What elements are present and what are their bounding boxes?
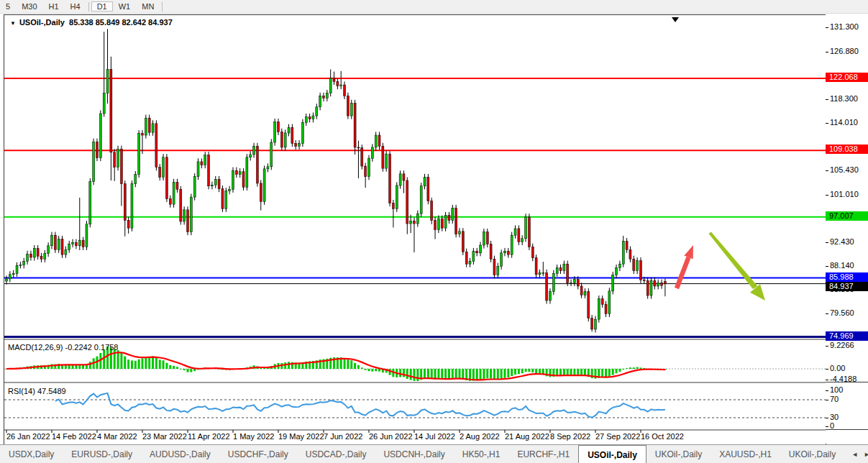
chart-tab-usdcnh-daily[interactable]: USDCNH-,Daily	[375, 445, 453, 463]
chart-tab-usoil-daily[interactable]: USOil-,Daily	[578, 445, 647, 463]
candle-body	[556, 268, 558, 274]
chart-tab-eurusd-daily[interactable]: EURUSD-,Daily	[63, 445, 141, 463]
candle-body	[165, 157, 168, 199]
timeframe-button-w1[interactable]: W1	[113, 1, 137, 12]
candle-body	[441, 219, 443, 228]
macd-histogram-bar	[633, 367, 635, 369]
date-axis-label: 26 Jun 2022	[369, 432, 413, 441]
macd-histogram-bar	[165, 363, 168, 369]
axis-panel-separator	[826, 382, 868, 382]
candle-body	[531, 247, 534, 257]
candle-body	[396, 185, 398, 208]
candle-body	[9, 275, 11, 279]
macd-histogram-bar	[437, 369, 439, 380]
macd-histogram-bar	[148, 357, 150, 369]
up-trend-arrow-head	[684, 245, 693, 259]
candle-body	[54, 235, 56, 249]
macd-histogram-bar	[410, 369, 412, 380]
macd-histogram-bar	[626, 368, 628, 369]
chart-tab-usdchf-daily[interactable]: USDCHF-,Daily	[219, 445, 297, 463]
candle-body	[246, 157, 248, 188]
date-axis-label: 27 Sep 2022	[595, 432, 640, 441]
price-axis-tick: 118.300	[826, 94, 858, 103]
candle-body	[333, 78, 335, 82]
candle-body	[305, 117, 307, 123]
chart-tab-hk50-h1[interactable]: HK50-,H1	[454, 445, 509, 463]
timeframe-button-m30[interactable]: M30	[16, 1, 42, 12]
macd-histogram-bar	[507, 369, 509, 377]
candle-body	[37, 249, 39, 257]
candle-body	[16, 265, 18, 273]
candle-body	[636, 261, 639, 271]
macd-signal-line	[6, 352, 665, 380]
candle-body	[197, 162, 199, 177]
timeframe-button-h4[interactable]: H4	[65, 1, 86, 12]
candle-body	[298, 144, 301, 147]
candle-body	[626, 242, 628, 250]
candle-body	[657, 283, 659, 286]
chart-tab-usdcad-daily[interactable]: USDCAD-,Daily	[297, 445, 375, 463]
chart-tab-eurchf-h1[interactable]: EURCHF-,H1	[508, 445, 578, 463]
timeframe-button-h1[interactable]: H1	[43, 1, 65, 12]
chart-tab-audusd-daily[interactable]: AUDUSD-,Daily	[141, 445, 219, 463]
candle-body	[608, 291, 611, 314]
candle-body	[27, 254, 29, 261]
candle-body	[75, 242, 77, 246]
down-trend-arrow	[709, 232, 758, 290]
candle-body	[218, 180, 220, 189]
toolbar-separator	[162, 2, 163, 12]
price-axis[interactable]: 131.300126.880118.300114.010105.430101.0…	[826, 14, 868, 444]
chart-tab-xauusd-h1[interactable]: XAUUSD-,H1	[711, 445, 780, 463]
date-axis-label: 7 Jun 2022	[324, 432, 362, 441]
candle-body	[483, 232, 485, 245]
candle-body	[552, 273, 554, 291]
macd-histogram-bar	[152, 356, 154, 369]
chart-window[interactable]: ▼USOil-,Daily 85.338 85.849 82.642 84.93…	[4, 14, 826, 445]
candle-body	[131, 184, 133, 229]
macd-histogram-bar	[288, 362, 290, 369]
candle-body	[521, 239, 524, 242]
candle-body	[267, 167, 269, 169]
candle-body	[225, 191, 227, 209]
chart-tab-ukoil-daily-2[interactable]: UKOil-,Daily	[780, 445, 844, 463]
timeframe-button-d1[interactable]: D1	[91, 1, 113, 12]
macd-histogram-bar	[629, 367, 631, 369]
candle-body	[382, 146, 384, 168]
tabs-scroll-right-icon[interactable]: ►	[864, 451, 868, 458]
candle-body	[584, 292, 586, 295]
timeframe-button-mn[interactable]: MN	[136, 1, 160, 12]
macd-histogram-bar	[431, 369, 433, 379]
chart-tab-usdx-daily[interactable]: USDX,Daily	[0, 445, 63, 463]
date-axis-label: 11 Apr 2022	[188, 432, 230, 441]
symbol-tabbar: USDX,DailyEURUSD-,DailyAUDUSD-,DailyUSDC…	[0, 444, 868, 463]
date-axis-label: 1 May 2022	[233, 432, 274, 441]
date-axis-label: 21 Aug 2022	[505, 432, 549, 441]
candle-body	[208, 155, 210, 186]
chart-canvas[interactable]	[4, 15, 826, 444]
candle-body	[633, 259, 635, 270]
candle-body	[455, 208, 457, 234]
macd-histogram-bar	[89, 362, 91, 369]
candle-body	[528, 217, 530, 247]
macd-histogram-bar	[186, 369, 188, 372]
tabs-scroll-left-icon[interactable]: ◄	[851, 451, 858, 458]
candle-body	[61, 239, 63, 255]
macd-histogram-bar	[518, 369, 520, 374]
candle-body	[44, 254, 46, 260]
candle-body	[664, 281, 666, 283]
candle-body	[190, 197, 192, 232]
candle-body	[221, 189, 224, 209]
candle-body	[410, 221, 412, 224]
candle-body	[588, 292, 590, 318]
candle-body	[124, 184, 126, 221]
rsi-axis-tick: 30	[826, 413, 839, 421]
candle-body	[301, 122, 303, 143]
macd-histogram-bar	[608, 369, 611, 377]
candle-body	[295, 144, 297, 147]
candle-body	[33, 249, 35, 257]
timeframe-button-5[interactable]: 5	[0, 1, 16, 12]
chart-tab-ukoil-daily[interactable]: UKOil-,Daily	[647, 445, 711, 463]
toolbar-separator	[88, 2, 89, 12]
candle-body	[86, 224, 88, 247]
candle-body	[357, 147, 360, 148]
